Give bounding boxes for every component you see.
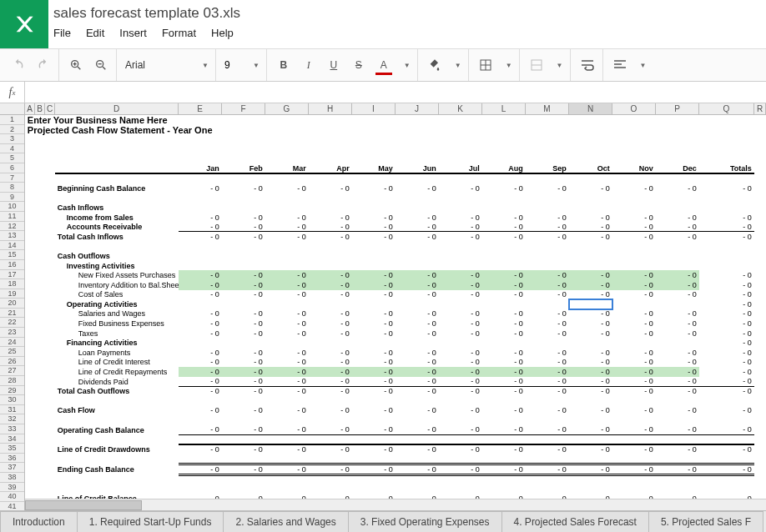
column-header-M[interactable]: M	[526, 103, 569, 114]
row-header-34[interactable]: 34	[0, 434, 24, 444]
svg-line-5	[103, 67, 105, 69]
formula-bar: fx	[0, 82, 766, 103]
zoom-in-button[interactable]	[68, 57, 84, 73]
row-header-9[interactable]: 9	[0, 193, 24, 203]
row-header-26[interactable]: 26	[0, 357, 24, 367]
zoom-out-button[interactable]	[93, 57, 109, 73]
column-header-H[interactable]: H	[309, 103, 352, 114]
row-header-15[interactable]: 15	[0, 250, 24, 260]
row-header-16[interactable]: 16	[0, 260, 24, 270]
row-header-38[interactable]: 38	[0, 473, 24, 483]
column-header-E[interactable]: E	[179, 103, 222, 114]
row-header-17[interactable]: 17	[0, 270, 24, 280]
column-header-L[interactable]: L	[482, 103, 526, 114]
font-family-select[interactable]: Arial	[125, 58, 190, 73]
formula-input[interactable]	[25, 82, 766, 103]
font-size-select[interactable]: 9	[224, 59, 241, 71]
row-header-37[interactable]: 37	[0, 463, 24, 473]
row-header-30[interactable]: 30	[0, 395, 24, 405]
row-16: Investing Activities	[25, 261, 766, 271]
row-header-41[interactable]: 41	[0, 502, 24, 510]
row-header-36[interactable]: 36	[0, 454, 24, 464]
column-header-C[interactable]: C	[45, 103, 55, 114]
sheet-tab-5[interactable]: 5. Projected Sales F	[648, 511, 763, 532]
horizontal-scrollbar[interactable]	[25, 499, 766, 510]
column-header-I[interactable]: I	[352, 103, 396, 114]
column-header-K[interactable]: K	[439, 103, 482, 114]
menu-file[interactable]: File	[53, 27, 71, 39]
row-header-6[interactable]: 6	[0, 163, 24, 173]
column-header-G[interactable]: G	[265, 103, 309, 114]
sheet-tab-0[interactable]: Introduction	[0, 511, 78, 532]
redo-button[interactable]	[35, 57, 52, 73]
row-8: Beginning Cash Balance- 0- 0- 0- 0- 0- 0…	[25, 183, 766, 193]
row-header-5[interactable]: 5	[0, 153, 24, 163]
italic-button[interactable]: I	[300, 57, 317, 73]
select-all-corner[interactable]	[0, 103, 25, 114]
row-header-13[interactable]: 13	[0, 231, 24, 241]
merge-cells-button[interactable]	[528, 57, 545, 73]
row-header-22[interactable]: 22	[0, 318, 24, 328]
sheet-tab-2[interactable]: 2. Salaries and Wages	[223, 511, 348, 532]
text-color-button[interactable]: A	[375, 57, 392, 73]
fill-color-button[interactable]	[426, 57, 443, 73]
row-header-29[interactable]: 29	[0, 386, 24, 396]
column-header-J[interactable]: J	[396, 103, 439, 114]
row-header-14[interactable]: 14	[0, 241, 24, 251]
row-header-19[interactable]: 19	[0, 289, 24, 299]
scrollbar-thumb[interactable]	[25, 500, 142, 510]
row-22: Fixed Business Expenses- 0- 0- 0- 0- 0- …	[25, 319, 766, 329]
row-header-28[interactable]: 28	[0, 376, 24, 386]
borders-button[interactable]	[477, 57, 494, 73]
row-header-11[interactable]: 11	[0, 212, 24, 222]
strikethrough-button[interactable]: S	[350, 57, 367, 73]
row-header-27[interactable]: 27	[0, 366, 24, 376]
row-header-2[interactable]: 2	[0, 125, 24, 135]
bold-button[interactable]: B	[275, 57, 292, 73]
row-29: Total Cash Outflows- 0- 0- 0- 0- 0- 0- 0…	[25, 386, 766, 396]
row-header-18[interactable]: 18	[0, 279, 24, 289]
column-header-B[interactable]: B	[35, 103, 45, 114]
column-header-R[interactable]: R	[754, 103, 766, 114]
align-left-button[interactable]	[612, 57, 628, 73]
column-header-D[interactable]: D	[55, 103, 179, 114]
column-header-N[interactable]: N	[569, 103, 612, 114]
row-header-39[interactable]: 39	[0, 483, 24, 493]
row-header-24[interactable]: 24	[0, 338, 24, 348]
row-24: Financing Activities- 0	[25, 338, 766, 348]
menu-insert[interactable]: Insert	[119, 27, 147, 39]
row-header-8[interactable]: 8	[0, 183, 24, 193]
row-header-32[interactable]: 32	[0, 414, 24, 424]
undo-button[interactable]	[10, 57, 27, 73]
menu-edit[interactable]: Edit	[86, 27, 104, 39]
menu-help[interactable]: Help	[211, 27, 234, 39]
column-header-A[interactable]: A	[25, 103, 35, 114]
row-header-7[interactable]: 7	[0, 173, 24, 183]
menu-format[interactable]: Format	[162, 27, 196, 39]
row-header-31[interactable]: 31	[0, 405, 24, 415]
sheet-tab-3[interactable]: 3. Fixed Operating Expenses	[348, 511, 502, 532]
column-header-F[interactable]: F	[222, 103, 265, 114]
cell-grid[interactable]: Enter Your Business Name HereProjected C…	[25, 115, 766, 510]
column-header-Q[interactable]: Q	[699, 103, 754, 114]
wrap-text-button[interactable]	[579, 57, 596, 73]
sheet-tab-1[interactable]: 1. Required Start-Up Funds	[77, 511, 224, 532]
row-header-40[interactable]: 40	[0, 492, 24, 502]
column-header-O[interactable]: O	[612, 103, 656, 114]
row-header-35[interactable]: 35	[0, 444, 24, 454]
row-12: Accounts Receivable- 0- 0- 0- 0- 0- 0- 0…	[25, 222, 766, 232]
row-header-1[interactable]: 1	[0, 115, 24, 125]
sheet-tab-4[interactable]: 4. Projected Sales Forecast	[501, 511, 649, 532]
row-header-25[interactable]: 25	[0, 347, 24, 357]
row-header-21[interactable]: 21	[0, 309, 24, 319]
row-header-20[interactable]: 20	[0, 299, 24, 309]
column-header-P[interactable]: P	[656, 103, 699, 114]
row-header-10[interactable]: 10	[0, 202, 24, 212]
row-14	[25, 242, 766, 252]
row-header-12[interactable]: 12	[0, 222, 24, 232]
row-header-3[interactable]: 3	[0, 134, 24, 144]
row-header-33[interactable]: 33	[0, 424, 24, 434]
row-header-4[interactable]: 4	[0, 144, 24, 154]
row-header-23[interactable]: 23	[0, 328, 24, 338]
underline-button[interactable]: U	[325, 57, 342, 73]
